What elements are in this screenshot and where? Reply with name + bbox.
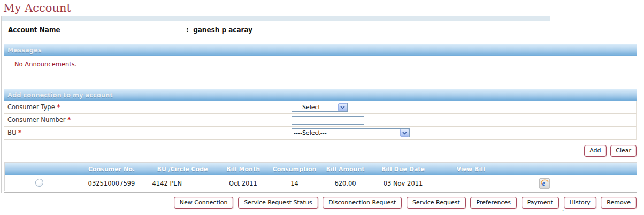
col-header-consumer-no: Consumer No. <box>74 163 149 176</box>
chevron-down-icon[interactable] <box>338 103 347 111</box>
required-marker: * <box>57 103 60 111</box>
add-clear-button-row: Add Clear <box>4 145 637 157</box>
internet-explorer-icon[interactable]: e <box>539 178 550 189</box>
consumer-number-input[interactable] <box>292 116 364 125</box>
required-marker: * <box>18 129 21 136</box>
cell-bill-due-date: 03 Nov 2011 <box>372 175 434 192</box>
col-header-bill-due-date: Bill Due Date <box>372 163 434 176</box>
messages-header-label: Messages <box>7 47 42 54</box>
table-header-row: Consumer No. BU /Circle Code Bill Month … <box>5 163 637 176</box>
bu-label-text: BU <box>7 129 16 136</box>
required-marker: * <box>67 116 71 124</box>
cell-bill-amount: 620.00 <box>319 175 372 192</box>
cell-view-bill: e <box>434 175 637 192</box>
bu-label: BU * <box>7 127 292 139</box>
top-divider-bar <box>2 16 550 21</box>
cell-consumption: 14 <box>271 175 319 192</box>
consumer-type-selected-value: ----Select--- <box>292 101 327 113</box>
account-name-separator: : <box>186 26 189 34</box>
history-button[interactable]: History <box>564 197 596 209</box>
col-header-bu-circle-code: BU /Circle Code <box>149 163 216 176</box>
page-title: My Account <box>3 2 644 15</box>
add-button[interactable]: Add <box>584 145 606 157</box>
announcement-text: No Announcements. <box>2 56 644 68</box>
account-name-label: Account Name <box>8 26 186 34</box>
cell-consumer-no: 032510007599 <box>74 175 149 192</box>
col-header-select <box>5 163 74 176</box>
consumer-type-row: Consumer Type * ----Select--- <box>4 101 637 114</box>
disconnection-request-button[interactable]: Disconnection Request <box>323 197 402 209</box>
connections-table: Consumer No. BU /Circle Code Bill Month … <box>4 162 637 193</box>
bu-row: BU * ----Select--- <box>4 127 637 140</box>
chevron-down-icon[interactable] <box>400 129 409 137</box>
service-request-status-button[interactable]: Service Request Status <box>238 197 318 209</box>
cell-bu-circle-code: 4142 PEN <box>149 175 216 192</box>
service-request-button[interactable]: Service Request <box>407 197 466 209</box>
col-header-bill-amount: Bill Amount <box>319 163 372 176</box>
consumer-type-select[interactable]: ----Select--- <box>292 103 348 112</box>
remove-button[interactable]: Remove <box>601 197 637 209</box>
col-header-bill-month: Bill Month <box>216 163 271 176</box>
bu-select[interactable]: ----Select--- <box>292 128 410 137</box>
add-connection-section-header: Add connection to my account <box>4 89 637 101</box>
consumer-number-label: Consumer Number * <box>7 114 292 126</box>
new-connection-button[interactable]: New Connection <box>174 197 234 209</box>
consumer-number-label-text: Consumer Number <box>7 116 66 124</box>
col-header-view-bill: View Bill <box>434 163 637 176</box>
main-content: Account Name: ganesh p acaray Messages N… <box>1 16 644 193</box>
messages-section-header: Messages <box>4 44 637 56</box>
clear-button[interactable]: Clear <box>610 145 637 157</box>
action-button-row: New Connection Service Request Status Di… <box>3 197 637 209</box>
cell-bill-month: Oct 2011 <box>216 175 271 192</box>
row-select-radio[interactable] <box>35 179 43 187</box>
bu-selected-value: ----Select--- <box>292 127 327 139</box>
consumer-number-row: Consumer Number * <box>4 114 637 127</box>
col-header-consumption: Consumption <box>271 163 319 176</box>
preferences-button[interactable]: Preferences <box>470 197 517 209</box>
account-row: Account Name: ganesh p acaray <box>2 21 644 37</box>
add-connection-header-label: Add connection to my account <box>7 91 113 99</box>
consumer-type-label-text: Consumer Type <box>7 103 55 111</box>
table-row: 032510007599 4142 PEN Oct 2011 14 620.00… <box>5 175 637 192</box>
consumer-type-label: Consumer Type * <box>7 101 292 113</box>
stray-dot: . <box>562 206 564 212</box>
account-name-value: ganesh p acaray <box>193 26 252 34</box>
payment-button[interactable]: Payment <box>522 197 559 209</box>
